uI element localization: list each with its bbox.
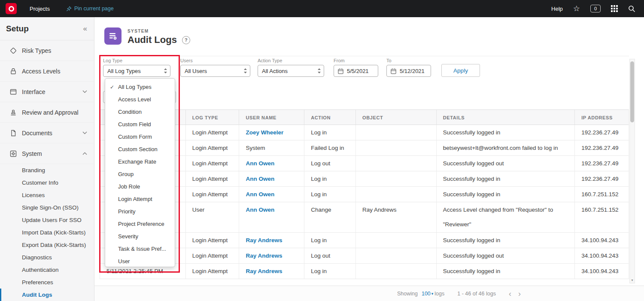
sidebar-item-label: Access Levels (22, 68, 60, 75)
sidebar-subitem-customer-info[interactable]: Customer Info (0, 176, 94, 189)
menu-item-user[interactable]: User (105, 255, 175, 268)
collapse-sidebar-icon[interactable]: « (83, 24, 87, 33)
sidebar-subitem-branding[interactable]: Branding (0, 164, 94, 176)
cell-user-name: Ann Owen (239, 156, 304, 171)
table-row: Login Attempt Zoey Wheeler Log in Succes… (100, 125, 629, 140)
menu-item-label: Custom Form (118, 134, 152, 140)
workfront-logo[interactable] (6, 3, 17, 14)
sidebar-item-review-and-approval[interactable]: Review and Approval (0, 102, 94, 123)
apply-button[interactable]: Apply (441, 64, 480, 77)
app-grid-icon[interactable] (611, 5, 618, 12)
page-size-select[interactable]: 100 ▾ (422, 291, 433, 297)
users-select[interactable]: All Users (180, 65, 250, 77)
cell-details: Successfully logged in (437, 171, 575, 186)
menu-item-exchange-rate[interactable]: Exchange Rate (105, 155, 175, 168)
cell-ip-address: 160.7.251.152 (575, 187, 629, 202)
user-link[interactable]: Ann Owen (246, 160, 274, 167)
menu-item-label: Custom Field (118, 121, 151, 128)
sidebar-subitem-import-data[interactable]: Import Data (Kick-Starts) (0, 226, 94, 239)
action-type-select[interactable]: All Actions (258, 65, 324, 77)
favorites-star-icon[interactable]: ☆ (573, 5, 580, 12)
filter-divider (100, 56, 629, 56)
user-link[interactable]: Ann Owen (246, 207, 274, 213)
column-ip-address: IP ADDRESS (575, 110, 629, 125)
help-link[interactable]: Help (551, 6, 563, 12)
chevron-up-icon (82, 152, 87, 155)
sidebar-subitem-diagnostics[interactable]: Diagnostics (0, 251, 94, 264)
recent-count-badge[interactable]: 0 (590, 5, 601, 12)
scrollbar-thumb[interactable] (630, 61, 634, 122)
menu-item-group[interactable]: Group (105, 168, 175, 180)
cell-log-type: User (186, 202, 240, 232)
sidebar-subitem-export-data[interactable]: Export Data (Kick-Starts) (0, 239, 94, 251)
to-label: To (386, 58, 431, 63)
user-link[interactable]: Ray Andrews (246, 268, 282, 274)
scroll-down-arrow-icon[interactable]: ▾ (630, 277, 635, 283)
page-help-icon[interactable]: ? (182, 36, 190, 44)
menu-item-custom-form[interactable]: Custom Form (105, 131, 175, 143)
sidebar-item-label: System (22, 150, 42, 157)
user-link[interactable]: Zoey Wheeler (246, 129, 283, 136)
user-link[interactable]: Ann Owen (246, 191, 274, 198)
menu-item-severity[interactable]: Severity (105, 230, 175, 243)
user-link[interactable]: Ray Andrews (246, 252, 282, 259)
menu-item-custom-section[interactable]: Custom Section (105, 143, 175, 155)
user-link[interactable]: Ann Owen (246, 176, 274, 182)
menu-item-all-log-types[interactable]: ✓ All Log Types (105, 81, 175, 93)
cell-details: betseywest+lt@workfront.com failed to lo… (437, 140, 575, 155)
cell-object (356, 233, 437, 248)
menu-item-custom-field[interactable]: Custom Field (105, 118, 175, 131)
to-date-value: 5/12/2021 (400, 68, 425, 74)
sidebar-subitem-audit-logs[interactable]: Audit Logs (0, 289, 94, 301)
document-icon (9, 129, 17, 137)
sidebar-subitem-update-users-for-sso[interactable]: Update Users For SSO (0, 214, 94, 226)
menu-item-priority[interactable]: Priority (105, 205, 175, 218)
cell-object (356, 264, 437, 279)
menu-item-job-role[interactable]: Job Role (105, 180, 175, 193)
sidebar-subitem-authentication[interactable]: Authentication (0, 264, 94, 276)
column-user-name: USER NAME (239, 110, 304, 125)
menu-item-label: Severity (118, 233, 138, 240)
page-size-value: 100 (422, 291, 431, 297)
chevron-down-icon (82, 90, 87, 93)
sidebar-subitem-licenses[interactable]: Licenses (0, 189, 94, 201)
select-stepper-icon (164, 68, 167, 74)
navbar-right: Help ☆ 0 (551, 5, 635, 12)
previous-page-icon[interactable]: ‹ (509, 290, 511, 297)
pin-current-page[interactable]: Pin current page (66, 6, 114, 12)
cell-user-name: Ann Owen (239, 171, 304, 186)
users-value: All Users (185, 68, 207, 74)
menu-item-task-issue-pref[interactable]: Task & Issue Pref... (105, 243, 175, 255)
cell-action: Log in (304, 233, 356, 248)
chevron-down-icon (82, 131, 87, 134)
sidebar-item-system[interactable]: System (0, 143, 94, 164)
next-page-icon[interactable]: › (518, 290, 521, 297)
table-row: Login Attempt Ray Andrews Log out Succes… (100, 248, 629, 264)
sidebar-item-documents[interactable]: Documents (0, 123, 94, 143)
select-stepper-icon (317, 68, 321, 74)
pin-label: Pin current page (74, 6, 114, 12)
menu-item-label: User (118, 258, 130, 265)
log-type-select[interactable]: All Log Types (103, 65, 170, 77)
menu-item-project-preference[interactable]: Project Preference (105, 218, 175, 230)
sidebar-item-access-levels[interactable]: Access Levels (0, 61, 94, 82)
search-icon[interactable] (628, 5, 635, 12)
menu-item-login-attempt[interactable]: Login Attempt (105, 193, 175, 205)
to-date-input[interactable]: 5/12/2021 (386, 65, 431, 77)
from-date-input[interactable]: 5/5/2021 (334, 65, 378, 77)
cell-log-type: Login Attempt (186, 233, 240, 248)
sidebar-item-risk-types[interactable]: Risk Types (0, 40, 94, 61)
menu-item-access-level[interactable]: Access Level (105, 93, 175, 106)
sidebar-subitem-sso[interactable]: Single Sign-On (SSO) (0, 201, 94, 214)
sidebar-item-interface[interactable]: Interface (0, 82, 94, 102)
nav-projects[interactable]: Projects (30, 6, 50, 12)
cell-details: Successfully logged in (437, 233, 575, 248)
cell-log-type: Login Attempt (186, 264, 240, 279)
from-label: From (334, 58, 378, 63)
vertical-scrollbar[interactable]: ▾ (629, 59, 635, 283)
sidebar-subitem-preferences[interactable]: Preferences (0, 276, 94, 289)
log-type-dropdown-menu: ✓ All Log Types Access Level Condition C… (105, 78, 175, 267)
menu-item-condition[interactable]: Condition (105, 106, 175, 118)
user-link[interactable]: Ray Andrews (246, 237, 282, 243)
cell-action: Log in (304, 171, 356, 186)
